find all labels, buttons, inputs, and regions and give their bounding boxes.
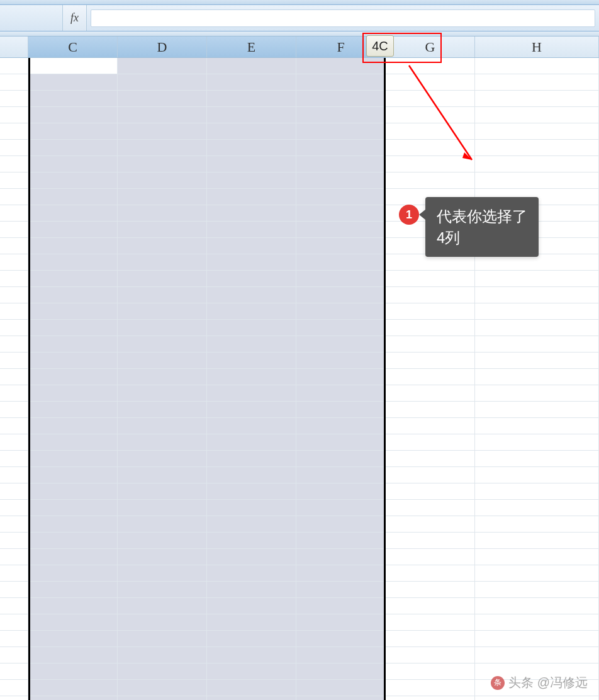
cell[interactable] <box>118 631 207 647</box>
cell[interactable] <box>207 483 296 500</box>
cell[interactable] <box>28 582 118 598</box>
cell[interactable] <box>475 303 599 320</box>
cell[interactable] <box>118 254 207 271</box>
cell[interactable] <box>386 516 475 533</box>
cell[interactable] <box>118 582 207 598</box>
cell[interactable] <box>296 172 386 189</box>
cell[interactable] <box>207 385 296 402</box>
cell[interactable] <box>296 74 386 91</box>
cell[interactable] <box>386 680 475 696</box>
cell[interactable] <box>207 287 296 303</box>
cell[interactable] <box>118 680 207 696</box>
cell[interactable] <box>118 156 207 172</box>
cell[interactable] <box>386 418 475 434</box>
cell[interactable] <box>118 123 207 140</box>
cell[interactable] <box>118 402 207 418</box>
cell[interactable] <box>386 303 475 320</box>
cell[interactable] <box>296 516 386 533</box>
cell[interactable] <box>118 696 207 700</box>
cell[interactable] <box>207 369 296 385</box>
cell[interactable] <box>296 631 386 647</box>
cell[interactable] <box>386 336 475 353</box>
cell[interactable] <box>0 385 28 402</box>
cell[interactable] <box>475 451 599 467</box>
cell[interactable] <box>0 336 28 353</box>
cell[interactable] <box>475 74 599 91</box>
cell[interactable] <box>386 172 475 189</box>
cell[interactable] <box>386 402 475 418</box>
cell[interactable] <box>207 58 296 74</box>
cell[interactable] <box>207 598 296 614</box>
cell[interactable] <box>28 598 118 614</box>
cell[interactable] <box>475 483 599 500</box>
cell[interactable] <box>207 238 296 254</box>
cell[interactable] <box>0 74 28 91</box>
cell[interactable] <box>386 483 475 500</box>
cell[interactable] <box>207 696 296 700</box>
cell[interactable] <box>296 123 386 140</box>
cell[interactable] <box>118 598 207 614</box>
cell[interactable] <box>296 353 386 369</box>
cell[interactable] <box>475 647 599 663</box>
cell[interactable] <box>296 549 386 565</box>
cell[interactable] <box>386 467 475 483</box>
cell[interactable] <box>118 238 207 254</box>
cell[interactable] <box>475 549 599 565</box>
cell[interactable] <box>118 483 207 500</box>
cell[interactable] <box>118 663 207 680</box>
cell[interactable] <box>207 172 296 189</box>
cell[interactable] <box>386 385 475 402</box>
cell[interactable] <box>386 123 475 140</box>
cell[interactable] <box>296 189 386 205</box>
cell[interactable] <box>28 451 118 467</box>
cell[interactable] <box>0 303 28 320</box>
cell[interactable] <box>475 58 599 74</box>
cell[interactable] <box>118 385 207 402</box>
cell[interactable] <box>207 402 296 418</box>
cell[interactable] <box>207 189 296 205</box>
cell[interactable] <box>0 287 28 303</box>
cell-grid[interactable] <box>0 58 599 700</box>
cell[interactable] <box>296 614 386 631</box>
cell[interactable] <box>296 598 386 614</box>
cell[interactable] <box>296 369 386 385</box>
cell[interactable] <box>296 582 386 598</box>
cell[interactable] <box>118 336 207 353</box>
cell[interactable] <box>386 287 475 303</box>
cell[interactable] <box>28 254 118 271</box>
cell[interactable] <box>118 58 207 74</box>
cell[interactable] <box>207 565 296 582</box>
cell[interactable] <box>28 385 118 402</box>
cell[interactable] <box>207 254 296 271</box>
cell[interactable] <box>296 222 386 238</box>
cell[interactable] <box>28 238 118 254</box>
cell[interactable] <box>296 680 386 696</box>
cell[interactable] <box>296 156 386 172</box>
cell[interactable] <box>28 369 118 385</box>
cell[interactable] <box>0 222 28 238</box>
cell[interactable] <box>207 434 296 451</box>
cell[interactable] <box>0 107 28 123</box>
cell[interactable] <box>386 663 475 680</box>
cell[interactable] <box>475 107 599 123</box>
cell[interactable] <box>475 320 599 336</box>
cell[interactable] <box>0 140 28 156</box>
cell[interactable] <box>207 663 296 680</box>
cell[interactable] <box>118 74 207 91</box>
cell[interactable] <box>28 189 118 205</box>
cell[interactable] <box>386 58 475 74</box>
cell[interactable] <box>475 631 599 647</box>
cell[interactable] <box>28 647 118 663</box>
cell[interactable] <box>207 91 296 107</box>
cell[interactable] <box>0 58 28 74</box>
cell[interactable] <box>28 467 118 483</box>
cell[interactable] <box>0 254 28 271</box>
cell[interactable] <box>0 156 28 172</box>
cell[interactable] <box>296 451 386 467</box>
cell[interactable] <box>28 614 118 631</box>
cell[interactable] <box>475 434 599 451</box>
cell[interactable] <box>296 287 386 303</box>
cell[interactable] <box>207 647 296 663</box>
cell[interactable] <box>296 271 386 287</box>
cell[interactable] <box>386 500 475 516</box>
